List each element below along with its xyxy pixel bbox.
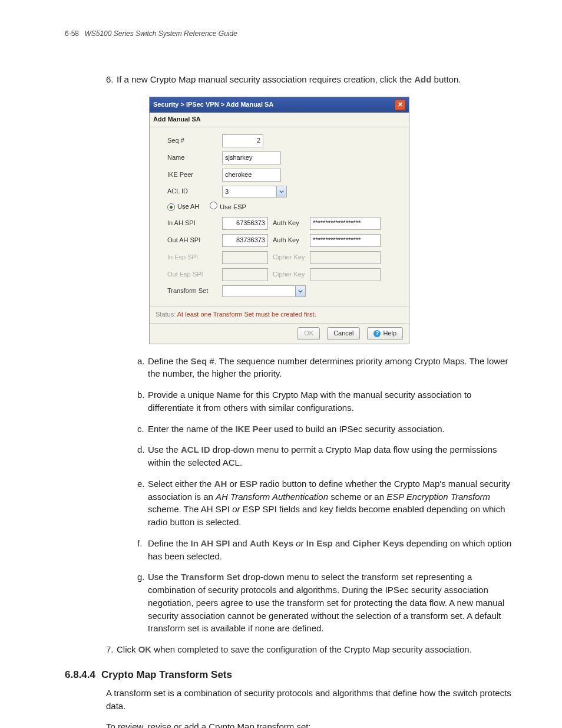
- out-ah-auth-key-input[interactable]: *******************: [310, 234, 381, 247]
- out-ah-spi-input[interactable]: 83736373: [222, 234, 268, 247]
- dialog-breadcrumb: Security > IPSec VPN > Add Manual SA: [153, 100, 273, 110]
- out-esp-spi-input: [222, 268, 268, 281]
- auth-key-label-1: Auth Key: [273, 219, 305, 228]
- in-esp-spi-label: In Esp SPI: [167, 253, 217, 262]
- name-label: Name: [167, 153, 217, 163]
- section-number: 6.8.4.4: [65, 669, 95, 681]
- acl-id-select[interactable]: 3: [222, 186, 287, 197]
- substep-f: Define the In AH SPI and Auth Keys or In…: [137, 537, 515, 563]
- auth-key-label-2: Auth Key: [273, 236, 305, 245]
- substep-g: Use the Transform Set drop-down menu to …: [137, 571, 515, 635]
- substep-c: Enter the name of the IKE Peer used to b…: [137, 423, 515, 436]
- add-manual-sa-dialog: Security > IPSec VPN > Add Manual SA ✕ A…: [149, 97, 409, 344]
- seq-input[interactable]: 2: [222, 134, 263, 147]
- page-number: 6-58: [65, 29, 79, 38]
- ike-peer-label: IKE Peer: [167, 170, 217, 180]
- use-ah-radio[interactable]: Use AH: [167, 202, 199, 212]
- running-header: 6-58 WS5100 Series Switch System Referen…: [65, 29, 515, 38]
- acl-id-label: ACL ID: [167, 187, 217, 196]
- chevron-down-icon[interactable]: [276, 186, 286, 197]
- in-ah-spi-input[interactable]: 67356373: [222, 217, 268, 230]
- status-label: Status:: [156, 311, 176, 318]
- add-term: Add: [414, 74, 431, 84]
- in-ah-auth-key-input[interactable]: *******************: [310, 217, 381, 230]
- help-icon: ?: [373, 330, 381, 337]
- dialog-titlebar: Security > IPSec VPN > Add Manual SA ✕: [150, 97, 409, 113]
- step-6: If a new Crypto Map manual security asso…: [106, 73, 515, 635]
- in-esp-spi-input: [222, 251, 268, 264]
- cipher-key-label-2: Cipher Key: [273, 270, 305, 279]
- help-button[interactable]: ?Help: [367, 327, 403, 340]
- status-row: Status: At least one Transform Set must …: [150, 306, 409, 323]
- transform-set-label: Transform Set: [167, 286, 217, 296]
- ok-button[interactable]: OK: [297, 327, 320, 340]
- name-input[interactable]: sjsharkey: [222, 151, 281, 164]
- in-ah-spi-label: In AH SPI: [167, 219, 217, 228]
- out-ah-spi-label: Out AH SPI: [167, 236, 217, 245]
- seq-label: Seq #: [167, 136, 217, 146]
- out-esp-spi-label: Out Esp SPI: [167, 270, 217, 279]
- substep-d: Use the ACL ID drop-down menu to permit …: [137, 443, 515, 469]
- close-icon[interactable]: ✕: [395, 100, 405, 110]
- section-para-1: A transform set is a combination of secu…: [106, 687, 515, 713]
- section-para-2: To review, revise or add a Crypto Map tr…: [106, 720, 515, 728]
- use-esp-radio[interactable]: Use ESP: [210, 202, 246, 212]
- chevron-down-icon[interactable]: [295, 286, 305, 297]
- dialog-section-title: Add Manual SA: [150, 113, 409, 127]
- cancel-button[interactable]: Cancel: [327, 327, 360, 340]
- out-esp-cipher-key-input: [310, 268, 381, 281]
- section-heading: 6.8.4.4 Crypto Map Transform Sets: [65, 669, 515, 681]
- cipher-key-label-1: Cipher Key: [273, 253, 305, 262]
- step-7: Click OK when completed to save the conf…: [106, 643, 515, 656]
- substep-a: Define the Seq #. The sequence number de…: [137, 355, 515, 381]
- ike-peer-input[interactable]: cherokee: [222, 169, 281, 182]
- transform-set-select[interactable]: [222, 285, 306, 297]
- doc-title: WS5100 Series Switch System Reference Gu…: [84, 29, 237, 38]
- status-message: At least one Transform Set must be creat…: [177, 311, 316, 318]
- substep-b: Provide a unique Name for this Crypto Ma…: [137, 388, 515, 414]
- substep-e: Select either the AH or ESP radio button…: [137, 477, 515, 529]
- section-title: Crypto Map Transform Sets: [101, 669, 232, 681]
- in-esp-cipher-key-input: [310, 251, 381, 264]
